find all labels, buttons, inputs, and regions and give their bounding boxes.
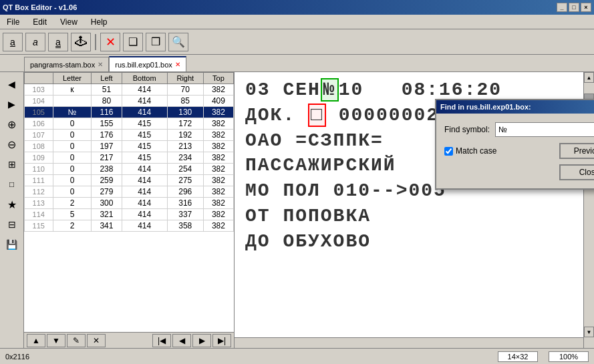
cell-rownum: 107 [25,130,53,141]
menu-help[interactable]: Help [87,16,112,28]
cell-right: 213 [167,141,203,152]
table-row[interactable]: 105 № 116 414 130 382 [25,107,234,118]
cell-rownum: 110 [25,164,53,175]
cell-top: 382 [203,152,233,164]
copy-button[interactable]: ❑ [123,33,143,51]
status-bar: 0x2116 14×32 100% [0,348,594,364]
image-scrollbar-horizontal[interactable] [235,337,583,348]
cell-right: 130 [167,107,203,118]
zoom-button[interactable]: 🔍 [168,33,188,51]
col-header-right[interactable]: Right [167,73,203,84]
table-row[interactable]: 104 80 414 85 409 [25,96,234,107]
image-content: 03 СЕН№10 08:16:20 ДОК. □ 0000000252 ОАО… [235,72,594,348]
nav-prev-button[interactable]: ◀ [172,334,191,347]
col-header-num [25,73,53,84]
cell-rownum: 103 [25,84,53,96]
sidebar-save[interactable]: 💾 [3,235,21,254]
scroll-down-arrow[interactable]: ▼ [584,327,594,337]
menu-edit[interactable]: Edit [29,16,51,28]
cell-left: 197 [92,141,122,152]
find-symbol-input[interactable] [495,122,594,137]
nav-down-button[interactable]: ▼ [47,334,65,347]
cell-rownum: 109 [25,152,53,164]
cell-right: 192 [167,130,203,141]
table-row[interactable]: 113 2 300 414 316 382 [25,198,234,209]
find-symbol-label: Find symbol: [444,125,490,134]
cell-right: 85 [167,96,203,107]
table-row[interactable]: 111 0 259 414 275 382 [25,175,234,186]
cell-top: 382 [203,186,233,198]
nav-first-button[interactable]: |◀ [152,334,171,347]
tab-rusbill-label: rus.bill.exp01.box [115,61,172,69]
match-case-checkbox[interactable] [444,147,453,156]
text-italic-button[interactable]: a [25,33,45,51]
table-row[interactable]: 103 к 51 414 70 382 [25,84,234,96]
match-case-row: Match case Previous [444,143,594,159]
cell-left: 80 [92,96,122,107]
table-row[interactable]: 108 0 197 415 213 382 [25,141,234,152]
cell-top: 409 [203,96,233,107]
col-header-left[interactable]: Left [92,73,122,84]
maximize-button[interactable]: □ [569,3,579,12]
sidebar-zoom-in[interactable]: ⊕ [3,115,21,134]
tab-rusbill-close[interactable]: ✕ [175,61,180,68]
cell-rownum: 111 [25,175,53,186]
menu-view[interactable]: View [56,16,82,28]
close-row: Close [444,164,594,180]
sidebar-grid[interactable]: ⊟ [3,215,21,234]
table-row[interactable]: 112 0 279 414 296 382 [25,186,234,198]
nav-edit-button[interactable]: ✎ [67,334,86,347]
scroll-up-arrow[interactable]: ▲ [584,72,594,83]
table-row[interactable]: 110 0 238 414 254 382 [25,164,234,175]
sidebar-star[interactable]: ★ [3,195,21,214]
tab-pangrams[interactable]: pangrams-stam.box ✕ [24,57,109,71]
table-row[interactable]: 115 2 341 414 358 382 [25,220,234,232]
sidebar-zoom-100[interactable]: □ [3,175,21,194]
previous-button[interactable]: Previous [559,143,594,159]
tab-pangrams-label: pangrams-stam.box [30,61,95,69]
nav-next-button[interactable]: ▶ [192,334,211,347]
cell-left: 51 [92,84,122,96]
sidebar-arrow-left[interactable]: ◀ [3,75,21,94]
cell-letter: 0 [53,118,92,130]
cell-top: 382 [203,130,233,141]
cell-rownum: 113 [25,198,53,209]
close-dialog-button[interactable]: Close [559,164,594,180]
cell-left: 217 [92,152,122,164]
sidebar-arrow-right[interactable]: ▶ [3,95,21,114]
cell-bottom: 414 [122,107,167,118]
paste-button[interactable]: ❒ [146,33,166,51]
delete-button[interactable]: ✕ [100,33,120,51]
cell-left: 238 [92,164,122,175]
toolbar-separator [95,34,96,50]
menu-file[interactable]: File [3,16,23,28]
tab-pangrams-close[interactable]: ✕ [98,61,103,68]
table-row[interactable]: 107 0 176 415 192 382 [25,130,234,141]
cell-letter [53,96,92,107]
close-button[interactable]: × [581,3,591,12]
gamepad-button[interactable]: 🕹 [71,33,91,51]
minimize-button[interactable]: _ [557,3,567,12]
nav-up-button[interactable]: ▲ [27,334,45,347]
col-header-bottom[interactable]: Bottom [122,73,167,84]
table-row[interactable]: 109 0 217 415 234 382 [25,152,234,164]
cell-bottom: 414 [122,198,167,209]
col-header-top[interactable]: Top [203,73,233,84]
sidebar-zoom-fit[interactable]: ⊞ [3,155,21,174]
cell-bottom: 414 [122,220,167,232]
tab-rusbill[interactable]: rus.bill.exp01.box ✕ [109,56,186,71]
table-panel: Letter Left Bottom Right Top 103 к 51 41… [24,72,235,348]
menu-bar: File Edit View Help [0,15,594,29]
table-row[interactable]: 106 0 155 415 172 382 [25,118,234,130]
nav-delete-button[interactable]: ✕ [87,334,106,347]
text-normal-button[interactable]: a [3,33,23,51]
sidebar-zoom-out[interactable]: ⊖ [3,135,21,154]
text-underline-button[interactable]: a [48,33,68,51]
cell-bottom: 414 [122,164,167,175]
cell-bottom: 414 [122,96,167,107]
cell-bottom: 415 [122,118,167,130]
table-row[interactable]: 114 5 321 414 337 382 [25,209,234,220]
col-header-letter[interactable]: Letter [53,73,92,84]
dialog-title-text: Find in rus.bill.exp01.box: [440,103,531,111]
nav-last-button[interactable]: ▶| [212,334,231,347]
